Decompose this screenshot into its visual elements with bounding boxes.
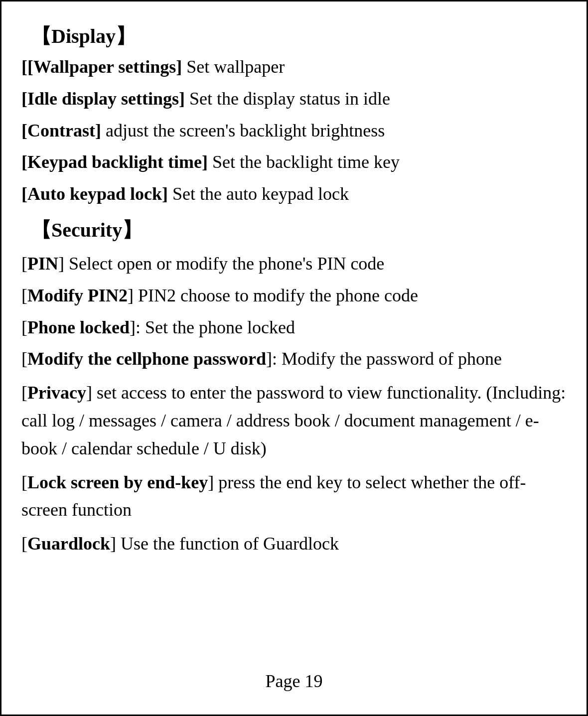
term-text: [Keypad backlight time] <box>21 152 208 172</box>
desc-contrast: adjust the screen's backlight brightness <box>101 121 385 141</box>
display-section-header: 【Display】 <box>21 21 567 51</box>
list-item: [Guardlock] Use the function of Guardloc… <box>21 530 567 558</box>
term-phone-locked: Phone locked <box>27 317 130 337</box>
desc-keypad: Set the backlight time key <box>208 152 400 172</box>
term-text: [Auto keypad lock] <box>21 184 168 204</box>
list-item: [Contrast] adjust the screen's backlight… <box>21 117 567 145</box>
page-number: Page 19 <box>21 658 567 695</box>
list-item: [Lock screen by end-key] press the end k… <box>21 469 567 525</box>
list-item: [Idle display settings] Set the display … <box>21 85 567 113</box>
content-area: 【Display】 [[Wallpaper settings] Set wall… <box>21 16 567 658</box>
list-item: [Modify the cellphone password]: Modify … <box>21 345 567 373</box>
term-text: [Contrast] <box>21 121 101 141</box>
term-keypad: [Keypad backlight time] <box>21 152 208 172</box>
term-text: [Idle display settings] <box>21 89 185 109</box>
list-item: [Privacy] set access to enter the passwo… <box>21 379 567 462</box>
desc-phone-locked: : Set the phone locked <box>136 317 295 337</box>
term-pin: PIN <box>27 254 58 274</box>
term-lock-screen: Lock screen by end-key <box>27 472 208 492</box>
term-guardlock: Guardlock <box>27 534 110 554</box>
list-item: [Keypad backlight time] Set the backligh… <box>21 148 567 176</box>
desc-wallpaper: Set wallpaper <box>182 57 285 77</box>
term-auto-keypad: [Auto keypad lock] <box>21 184 168 204</box>
page-container: 【Display】 [[Wallpaper settings] Set wall… <box>0 0 588 716</box>
term-text: [Wallpaper settings] <box>27 57 182 77</box>
security-header-text: 【Security】 <box>31 219 142 241</box>
desc-modify-pin2: PIN2 choose to modify the phone code <box>134 286 418 305</box>
term-wallpaper: [[Wallpaper settings] <box>21 57 182 77</box>
list-item: [PIN] Select open or modify the phone's … <box>21 250 567 278</box>
term-privacy: Privacy <box>27 383 86 403</box>
desc-privacy: set access to enter the password to view… <box>21 383 566 458</box>
desc-guardlock: Use the function of Guardlock <box>116 534 339 554</box>
security-items: [PIN] Select open or modify the phone's … <box>21 250 567 558</box>
term-modify-pin2: Modify PIN2 <box>27 286 128 305</box>
list-item: [Phone locked]: Set the phone locked <box>21 314 567 342</box>
list-item: [Auto keypad lock] Set the auto keypad l… <box>21 180 567 208</box>
list-item: [[Wallpaper settings] Set wallpaper <box>21 53 567 81</box>
term-modify-password: Modify the cellphone password <box>27 349 266 369</box>
security-section-header: 【Security】 <box>21 215 567 245</box>
list-item: [Modify PIN2] PIN2 choose to modify the … <box>21 282 567 310</box>
term-contrast: [Contrast] <box>21 121 101 141</box>
desc-idle: Set the display status in idle <box>185 89 390 109</box>
display-header-text: 【Display】 <box>31 25 136 47</box>
desc-pin: Select open or modify the phone's PIN co… <box>64 254 384 274</box>
desc-modify-password: : Modify the password of phone <box>272 349 502 369</box>
desc-auto-keypad: Set the auto keypad lock <box>168 184 349 204</box>
display-items: [[Wallpaper settings] Set wallpaper [Idl… <box>21 53 567 208</box>
term-idle: [Idle display settings] <box>21 89 185 109</box>
